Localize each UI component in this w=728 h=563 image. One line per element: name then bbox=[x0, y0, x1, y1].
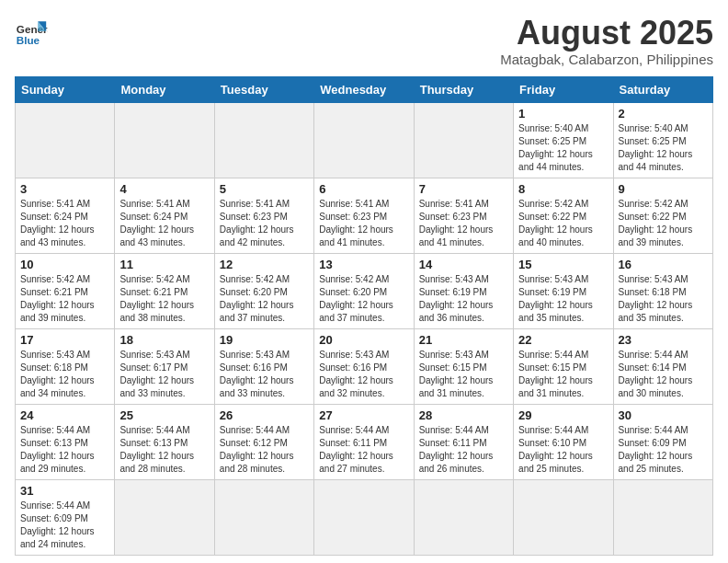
title-block: August 2025 Matagbak, Calabarzon, Philip… bbox=[500, 15, 713, 67]
calendar-week-row: 10Sunrise: 5:42 AMSunset: 6:21 PMDayligh… bbox=[16, 253, 713, 328]
day-number: 4 bbox=[119, 182, 209, 196]
day-detail: Sunrise: 5:42 AMSunset: 6:21 PMDaylight:… bbox=[20, 273, 109, 325]
logo-icon: General Blue bbox=[15, 15, 48, 48]
day-number: 19 bbox=[220, 333, 309, 347]
calendar-cell: 25Sunrise: 5:44 AMSunset: 6:13 PMDayligh… bbox=[115, 404, 214, 479]
calendar-cell bbox=[414, 102, 513, 178]
day-number: 30 bbox=[619, 408, 708, 422]
day-detail: Sunrise: 5:41 AMSunset: 6:23 PMDaylight:… bbox=[319, 198, 408, 249]
day-detail: Sunrise: 5:40 AMSunset: 6:25 PMDaylight:… bbox=[619, 122, 708, 174]
day-number: 2 bbox=[619, 107, 708, 121]
calendar-cell: 11Sunrise: 5:42 AMSunset: 6:21 PMDayligh… bbox=[115, 253, 214, 328]
day-detail: Sunrise: 5:44 AMSunset: 6:11 PMDaylight:… bbox=[319, 424, 408, 476]
day-number: 24 bbox=[20, 408, 109, 422]
calendar-cell: 4Sunrise: 5:41 AMSunset: 6:24 PMDaylight… bbox=[115, 178, 214, 253]
day-number: 12 bbox=[220, 258, 309, 271]
calendar-cell bbox=[613, 479, 712, 555]
day-detail: Sunrise: 5:44 AMSunset: 6:13 PMDaylight:… bbox=[20, 424, 109, 476]
calendar-cell bbox=[214, 479, 313, 555]
day-number: 28 bbox=[419, 408, 508, 422]
day-detail: Sunrise: 5:44 AMSunset: 6:11 PMDaylight:… bbox=[419, 424, 508, 476]
day-detail: Sunrise: 5:44 AMSunset: 6:10 PMDaylight:… bbox=[518, 424, 608, 476]
day-detail: Sunrise: 5:42 AMSunset: 6:20 PMDaylight:… bbox=[220, 273, 309, 325]
day-number: 22 bbox=[518, 333, 608, 347]
day-number: 16 bbox=[619, 258, 708, 271]
calendar-week-row: 1Sunrise: 5:40 AMSunset: 6:25 PMDaylight… bbox=[16, 102, 713, 178]
calendar-cell: 21Sunrise: 5:43 AMSunset: 6:15 PMDayligh… bbox=[414, 328, 513, 404]
calendar-cell: 2Sunrise: 5:40 AMSunset: 6:25 PMDaylight… bbox=[613, 102, 712, 178]
weekday-header-thursday: Thursday bbox=[414, 76, 513, 102]
day-number: 15 bbox=[518, 258, 608, 271]
day-detail: Sunrise: 5:44 AMSunset: 6:09 PMDaylight:… bbox=[20, 500, 109, 551]
day-detail: Sunrise: 5:43 AMSunset: 6:16 PMDaylight:… bbox=[319, 349, 408, 400]
calendar-cell: 28Sunrise: 5:44 AMSunset: 6:11 PMDayligh… bbox=[414, 404, 513, 479]
day-detail: Sunrise: 5:43 AMSunset: 6:19 PMDaylight:… bbox=[419, 273, 508, 325]
day-number: 5 bbox=[220, 182, 309, 196]
day-detail: Sunrise: 5:41 AMSunset: 6:24 PMDaylight:… bbox=[119, 198, 209, 249]
day-number: 17 bbox=[20, 333, 109, 347]
svg-text:Blue: Blue bbox=[17, 34, 40, 46]
weekday-header-monday: Monday bbox=[115, 76, 214, 102]
day-number: 3 bbox=[20, 182, 109, 196]
day-number: 13 bbox=[319, 258, 408, 271]
calendar-cell: 1Sunrise: 5:40 AMSunset: 6:25 PMDaylight… bbox=[514, 102, 613, 178]
weekday-header-saturday: Saturday bbox=[613, 76, 712, 102]
calendar-cell: 19Sunrise: 5:43 AMSunset: 6:16 PMDayligh… bbox=[214, 328, 313, 404]
day-number: 10 bbox=[20, 258, 109, 271]
day-detail: Sunrise: 5:43 AMSunset: 6:17 PMDaylight:… bbox=[119, 349, 209, 400]
calendar-cell: 27Sunrise: 5:44 AMSunset: 6:11 PMDayligh… bbox=[314, 404, 414, 479]
calendar-week-row: 24Sunrise: 5:44 AMSunset: 6:13 PMDayligh… bbox=[16, 404, 713, 479]
calendar-cell: 9Sunrise: 5:42 AMSunset: 6:22 PMDaylight… bbox=[613, 178, 712, 253]
calendar-cell: 5Sunrise: 5:41 AMSunset: 6:23 PMDaylight… bbox=[214, 178, 313, 253]
logo: General Blue bbox=[15, 15, 48, 48]
day-number: 9 bbox=[619, 182, 708, 196]
calendar-cell bbox=[16, 102, 115, 178]
calendar-cell: 13Sunrise: 5:42 AMSunset: 6:20 PMDayligh… bbox=[314, 253, 414, 328]
calendar-cell bbox=[214, 102, 313, 178]
calendar-cell bbox=[115, 102, 214, 178]
calendar-cell: 17Sunrise: 5:43 AMSunset: 6:18 PMDayligh… bbox=[16, 328, 115, 404]
day-number: 11 bbox=[119, 258, 209, 271]
calendar-cell: 22Sunrise: 5:44 AMSunset: 6:15 PMDayligh… bbox=[514, 328, 613, 404]
day-detail: Sunrise: 5:44 AMSunset: 6:12 PMDaylight:… bbox=[220, 424, 309, 476]
day-detail: Sunrise: 5:44 AMSunset: 6:15 PMDaylight:… bbox=[518, 349, 608, 400]
weekday-header-row: SundayMondayTuesdayWednesdayThursdayFrid… bbox=[16, 76, 713, 102]
day-detail: Sunrise: 5:44 AMSunset: 6:14 PMDaylight:… bbox=[619, 349, 708, 400]
calendar-cell: 8Sunrise: 5:42 AMSunset: 6:22 PMDaylight… bbox=[514, 178, 613, 253]
day-number: 31 bbox=[20, 484, 109, 498]
day-detail: Sunrise: 5:43 AMSunset: 6:18 PMDaylight:… bbox=[619, 273, 708, 325]
calendar-cell: 24Sunrise: 5:44 AMSunset: 6:13 PMDayligh… bbox=[16, 404, 115, 479]
day-detail: Sunrise: 5:42 AMSunset: 6:22 PMDaylight:… bbox=[619, 198, 708, 249]
day-detail: Sunrise: 5:43 AMSunset: 6:15 PMDaylight:… bbox=[419, 349, 508, 400]
day-detail: Sunrise: 5:41 AMSunset: 6:23 PMDaylight:… bbox=[220, 198, 309, 249]
calendar-table: SundayMondayTuesdayWednesdayThursdayFrid… bbox=[15, 76, 713, 556]
day-detail: Sunrise: 5:43 AMSunset: 6:18 PMDaylight:… bbox=[20, 349, 109, 400]
calendar-cell: 18Sunrise: 5:43 AMSunset: 6:17 PMDayligh… bbox=[115, 328, 214, 404]
day-number: 6 bbox=[319, 182, 408, 196]
calendar-cell bbox=[414, 479, 513, 555]
calendar-cell: 29Sunrise: 5:44 AMSunset: 6:10 PMDayligh… bbox=[514, 404, 613, 479]
weekday-header-sunday: Sunday bbox=[16, 76, 115, 102]
calendar-cell bbox=[314, 479, 414, 555]
calendar-cell: 20Sunrise: 5:43 AMSunset: 6:16 PMDayligh… bbox=[314, 328, 414, 404]
day-detail: Sunrise: 5:43 AMSunset: 6:16 PMDaylight:… bbox=[220, 349, 309, 400]
day-detail: Sunrise: 5:42 AMSunset: 6:20 PMDaylight:… bbox=[319, 273, 408, 325]
calendar-subtitle: Matagbak, Calabarzon, Philippines bbox=[500, 52, 713, 67]
calendar-title: August 2025 bbox=[500, 15, 713, 52]
calendar-cell: 31Sunrise: 5:44 AMSunset: 6:09 PMDayligh… bbox=[16, 479, 115, 555]
calendar-week-row: 31Sunrise: 5:44 AMSunset: 6:09 PMDayligh… bbox=[16, 479, 713, 555]
weekday-header-wednesday: Wednesday bbox=[314, 76, 414, 102]
calendar-cell: 12Sunrise: 5:42 AMSunset: 6:20 PMDayligh… bbox=[214, 253, 313, 328]
day-number: 14 bbox=[419, 258, 508, 271]
calendar-cell: 16Sunrise: 5:43 AMSunset: 6:18 PMDayligh… bbox=[613, 253, 712, 328]
day-number: 7 bbox=[419, 182, 508, 196]
calendar-cell bbox=[314, 102, 414, 178]
day-number: 20 bbox=[319, 333, 408, 347]
calendar-cell: 23Sunrise: 5:44 AMSunset: 6:14 PMDayligh… bbox=[613, 328, 712, 404]
calendar-cell: 26Sunrise: 5:44 AMSunset: 6:12 PMDayligh… bbox=[214, 404, 313, 479]
day-detail: Sunrise: 5:41 AMSunset: 6:24 PMDaylight:… bbox=[20, 198, 109, 249]
calendar-week-row: 17Sunrise: 5:43 AMSunset: 6:18 PMDayligh… bbox=[16, 328, 713, 404]
day-detail: Sunrise: 5:44 AMSunset: 6:09 PMDaylight:… bbox=[619, 424, 708, 476]
weekday-header-friday: Friday bbox=[514, 76, 613, 102]
calendar-cell: 10Sunrise: 5:42 AMSunset: 6:21 PMDayligh… bbox=[16, 253, 115, 328]
